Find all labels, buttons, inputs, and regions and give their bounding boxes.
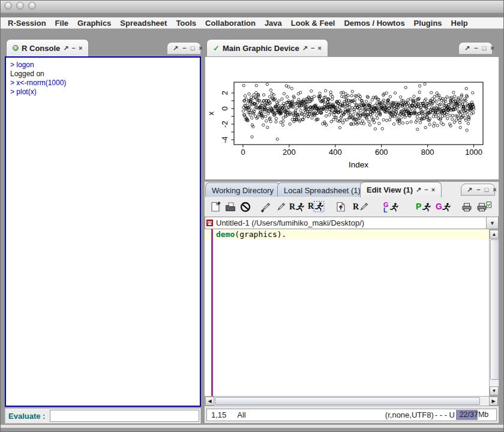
memory-gauge[interactable]: 22/37Mb (456, 410, 492, 420)
editor-gutter-line (211, 229, 213, 396)
open-document-icon[interactable] (225, 199, 236, 215)
stop-icon[interactable] (240, 199, 251, 215)
code-editor[interactable]: demo(graphics). (205, 229, 489, 396)
minimize-icon[interactable]: − (182, 45, 186, 52)
menu-java[interactable]: Java (265, 19, 282, 28)
horizontal-scroll-thumb[interactable] (215, 397, 480, 405)
console-panel-controls: ↗ − □ × (167, 42, 201, 55)
tab-label: Working Directory (212, 186, 274, 195)
open-file-selector[interactable]: Untitled-1 (/Users/fumihiko_maki/Desktop… (205, 217, 499, 229)
tab-local-spreadsheet[interactable]: Local Spreadsheet (1) (277, 182, 367, 197)
popout-icon[interactable]: ↗ (173, 45, 178, 52)
minimize-icon[interactable]: − (72, 45, 76, 52)
menu-demos-howtos[interactable]: Demos / Howtos (344, 19, 404, 28)
minimize-window-button[interactable] (16, 2, 24, 10)
tab-edit-view[interactable]: Edit View (1) ↗ − × (360, 182, 442, 197)
popout-icon[interactable]: ↗ (464, 45, 470, 52)
menu-tools[interactable]: Tools (176, 19, 196, 28)
tab-r-console[interactable]: R Console ↗ − × (6, 39, 89, 56)
editor-vertical-scrollbar[interactable]: ▲ ▼ (489, 229, 499, 396)
editor-toolbar: RRRGLPG (205, 197, 499, 217)
window-bottom-strip (1, 425, 503, 428)
edit-icon[interactable] (275, 199, 286, 215)
svg-text:-4: -4 (220, 136, 229, 143)
close-icon[interactable]: × (199, 45, 202, 52)
buffer-flags: - - - U (435, 410, 455, 419)
r-console-output[interactable]: > logonLogged on> x<-rnorm(1000)> plot(x… (5, 56, 201, 407)
edit-r-function-icon[interactable]: R (353, 199, 368, 215)
new-edit-icon[interactable] (260, 199, 271, 215)
code-text: (graphics) (235, 230, 281, 239)
check-icon: ✓ (213, 44, 220, 53)
file-selector-dropdown-button[interactable]: ▼ (486, 217, 498, 229)
minimize-icon[interactable]: − (476, 187, 480, 193)
scroll-right-button[interactable]: ▶ (489, 397, 498, 406)
run-p-icon[interactable]: P (416, 199, 431, 215)
arrow-right-icon: ▶ (491, 398, 495, 404)
run-r-icon[interactable]: R (289, 199, 305, 215)
new-document-icon[interactable] (210, 199, 221, 215)
popout-icon[interactable]: ↗ (63, 45, 68, 52)
run-g-icon[interactable]: G (436, 199, 451, 215)
scatter-plot-canvas[interactable]: 02004006008001000-4-202Indexx (205, 56, 499, 180)
menu-spreadsheet[interactable]: Spreadsheet (120, 19, 167, 28)
menu-r-session[interactable]: R-Session (8, 19, 46, 28)
tab-label: Main Graphic Device (223, 44, 299, 53)
scroll-up-button[interactable]: ▲ (490, 230, 499, 239)
svg-text:0: 0 (220, 106, 229, 110)
tab-main-graphic-device[interactable]: ✓ Main Graphic Device ↗ − × (206, 39, 328, 56)
modified-file-icon (206, 220, 213, 226)
close-icon[interactable]: × (493, 187, 496, 193)
print-icon[interactable] (461, 199, 472, 215)
close-icon[interactable]: × (490, 45, 494, 52)
svg-text:R: R (308, 202, 314, 211)
svg-text:-2: -2 (220, 121, 229, 128)
editor-horizontal-scrollbar[interactable]: ◀ ▶ (205, 396, 499, 406)
menu-collaboration[interactable]: Collaboration (205, 19, 256, 28)
maximize-icon[interactable]: □ (485, 187, 489, 193)
source-document-icon[interactable] (335, 199, 346, 215)
popout-icon[interactable]: ↗ (416, 187, 421, 193)
maximize-icon[interactable]: □ (191, 45, 195, 52)
scroll-left-button[interactable]: ◀ (205, 397, 214, 406)
popout-icon[interactable]: ↗ (302, 45, 308, 52)
minimize-icon[interactable]: − (311, 45, 314, 52)
menu-help[interactable]: Help (451, 19, 468, 28)
close-icon[interactable]: × (79, 45, 82, 52)
scroll-position: All (237, 410, 245, 419)
evaluate-input[interactable] (50, 410, 199, 422)
svg-text:x: x (206, 111, 215, 115)
menu-look-feel[interactable]: Look & Feel (291, 19, 335, 28)
caret-position: 1,15 (211, 410, 226, 419)
arrow-down-icon: ▼ (492, 388, 497, 394)
arrow-left-icon: ◀ (208, 398, 211, 404)
zoom-window-button[interactable] (28, 2, 36, 10)
minimize-icon[interactable]: − (474, 45, 478, 52)
popout-icon[interactable]: ↗ (467, 187, 472, 193)
menu-plugins[interactable]: Plugins (414, 19, 442, 28)
run-gl-icon[interactable]: GL (383, 199, 399, 215)
minimize-icon[interactable]: − (424, 187, 428, 193)
close-icon[interactable]: × (431, 187, 435, 193)
editor-status-bar: 1,15 All (r,none,UTF8) - - - U 22/37Mb (205, 407, 499, 423)
console-line: > plot(x) (10, 88, 196, 97)
svg-text:600: 600 (375, 148, 388, 157)
print-setup-icon[interactable] (476, 199, 492, 215)
svg-text:800: 800 (421, 148, 434, 157)
status-readout: 1,15 All (r,none,UTF8) - - - U 22/37Mb (206, 409, 497, 421)
titlebar-shadow-band (0, 13, 504, 17)
maximize-icon[interactable]: □ (482, 45, 487, 52)
run-r-selection-icon[interactable]: R (308, 199, 325, 215)
menu-file[interactable]: File (55, 19, 68, 28)
menu-graphics[interactable]: Graphics (77, 19, 111, 28)
svg-text:Index: Index (349, 160, 368, 169)
tab-working-directory[interactable]: Working Directory (205, 182, 280, 197)
window-titlebar[interactable] (0, 0, 504, 13)
close-window-button[interactable] (4, 2, 12, 10)
tab-label: R Console (22, 44, 60, 53)
scroll-down-button[interactable]: ▼ (490, 386, 499, 395)
editor-current-line[interactable]: demo(graphics). (205, 230, 489, 239)
close-icon[interactable]: × (317, 45, 321, 52)
vertical-scroll-thumb[interactable] (490, 239, 499, 380)
caret-mark: . (282, 230, 287, 239)
